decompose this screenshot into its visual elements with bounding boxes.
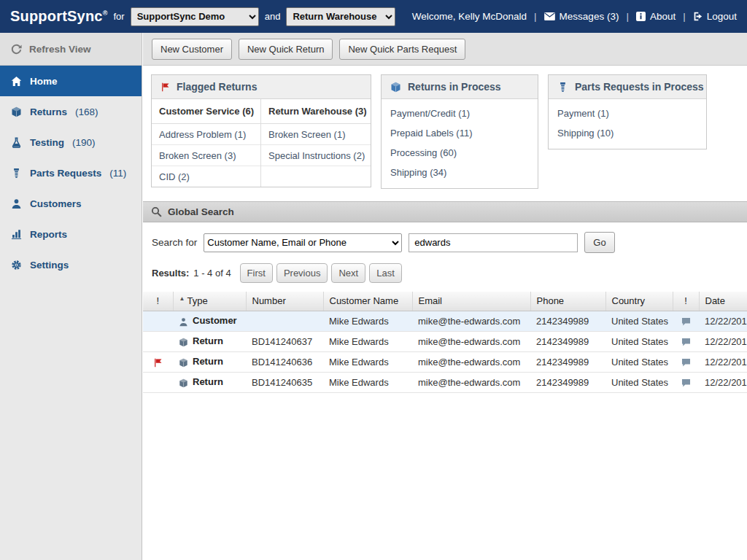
cell-comment[interactable] xyxy=(673,372,699,392)
sidebar-item-testing[interactable]: Testing(190) xyxy=(0,127,142,158)
cell-phone: 2142349989 xyxy=(530,311,605,331)
sidebar-item-returns[interactable]: Returns(168) xyxy=(0,96,142,127)
for-label: for xyxy=(114,11,125,22)
sidebar-item-settings[interactable]: Settings xyxy=(0,249,142,280)
panel-returns-in-process: Returns in Process Payment/Credit (1) Pr… xyxy=(381,74,538,189)
parts-icon xyxy=(11,168,22,179)
cell-date: 12/22/201 xyxy=(699,331,747,351)
cell-comment[interactable] xyxy=(673,351,699,372)
search-type-select[interactable]: Customer Name, Email or Phone xyxy=(204,233,402,252)
comment-icon xyxy=(681,358,691,368)
separator: | xyxy=(626,11,629,22)
sidebar-item-reports[interactable]: Reports xyxy=(0,219,142,249)
company-select[interactable]: SupportSync Demo xyxy=(131,7,259,26)
cell-comment[interactable] xyxy=(673,331,699,351)
cell-comment[interactable] xyxy=(673,311,699,331)
box-icon xyxy=(179,338,188,347)
flagged-returns-header: Flagged Returns xyxy=(152,75,371,99)
cell-customer-name: Mike Edwards xyxy=(323,311,412,331)
search-for-label: Search for xyxy=(152,237,197,248)
flagged-item-broken-screen-rw[interactable]: Broken Screen (1) xyxy=(261,124,371,145)
action-toolbar: New Customer New Quick Return New Quick … xyxy=(143,33,747,66)
cell-country: United States xyxy=(605,311,673,331)
messages-link[interactable]: Messages (3) xyxy=(544,11,619,22)
header-customer-name[interactable]: Customer Name xyxy=(323,292,412,311)
box-icon xyxy=(390,82,401,93)
table-row[interactable]: Customer Mike Edwards mike@the-edwards.c… xyxy=(143,311,747,331)
cell-email: mike@the-edwards.com xyxy=(412,331,530,351)
results-table: ! ▲Type Number Customer Name Email Phone… xyxy=(143,292,747,393)
sidebar-item-home[interactable]: Home xyxy=(0,66,142,96)
go-button[interactable]: Go xyxy=(584,232,614,253)
results-range: 1 - 4 of 4 xyxy=(193,268,231,279)
flagged-item-special-instructions[interactable]: Special Instructions (2) xyxy=(261,145,371,166)
returns-item-prepaid-labels[interactable]: Prepaid Labels (11) xyxy=(382,123,538,143)
table-row[interactable]: Return BD141240636 Mike Edwards mike@the… xyxy=(143,351,747,372)
flagged-group-customer-service[interactable]: Customer Service (6) xyxy=(152,99,260,124)
table-row[interactable]: Return BD141240637 Mike Edwards mike@the… xyxy=(143,331,747,351)
returns-item-processing[interactable]: Processing (60) xyxy=(382,143,538,163)
returns-item-shipping[interactable]: Shipping (34) xyxy=(382,163,538,182)
parts-requests-header: Parts Requests in Process xyxy=(549,75,706,99)
first-page-button[interactable]: First xyxy=(240,263,273,283)
cell-phone: 2142349989 xyxy=(530,351,605,372)
cell-email: mike@the-edwards.com xyxy=(412,351,530,372)
search-icon xyxy=(151,206,162,217)
flag-icon xyxy=(153,358,163,368)
panel-title: Parts Requests in Process xyxy=(575,81,704,93)
returns-icon xyxy=(11,106,22,117)
flagged-item-cid[interactable]: CID (2) xyxy=(152,166,260,187)
sidebar: Refresh View Home Returns(168) Testing(1… xyxy=(0,33,142,560)
results-table-wrap: ! ▲Type Number Customer Name Email Phone… xyxy=(143,292,747,393)
parts-item-shipping[interactable]: Shipping (10) xyxy=(549,123,706,143)
cell-customer-name: Mike Edwards xyxy=(323,372,412,392)
sidebar-item-parts-requests[interactable]: Parts Requests(11) xyxy=(0,158,142,188)
header-type[interactable]: ▲Type xyxy=(173,292,246,311)
cell-number: BD141240635 xyxy=(246,372,323,392)
refresh-view-button[interactable]: Refresh View xyxy=(0,33,142,66)
header-flag[interactable]: ! xyxy=(143,292,173,311)
cell-phone: 2142349989 xyxy=(530,372,605,392)
cell-flag xyxy=(143,331,173,351)
sidebar-item-customers[interactable]: Customers xyxy=(0,188,142,219)
info-icon xyxy=(636,12,646,21)
logout-icon xyxy=(693,12,703,21)
separator: | xyxy=(534,11,537,22)
cell-number: BD141240636 xyxy=(246,351,323,372)
cell-flag xyxy=(143,351,173,372)
results-pagination: Results: 1 - 4 of 4 First Previous Next … xyxy=(143,260,747,292)
home-icon xyxy=(11,76,22,87)
previous-page-button[interactable]: Previous xyxy=(276,263,328,283)
last-page-button[interactable]: Last xyxy=(369,263,402,283)
new-customer-button[interactable]: New Customer xyxy=(152,39,232,60)
next-page-button[interactable]: Next xyxy=(331,263,365,283)
app-logo: SupportSync® xyxy=(10,8,108,25)
new-quick-parts-request-button[interactable]: New Quick Parts Request xyxy=(339,39,465,60)
table-row[interactable]: Return BD141240635 Mike Edwards mike@the… xyxy=(143,372,747,392)
cell-type: Customer xyxy=(173,311,246,331)
search-controls: Search for Customer Name, Email or Phone… xyxy=(143,222,747,260)
flagged-item-broken-screen-cs[interactable]: Broken Screen (3) xyxy=(152,145,260,166)
header-email[interactable]: Email xyxy=(412,292,530,311)
table-header-row: ! ▲Type Number Customer Name Email Phone… xyxy=(143,292,747,311)
header-number[interactable]: Number xyxy=(246,292,323,311)
warehouse-select[interactable]: Return Warehouse xyxy=(286,7,395,26)
cell-country: United States xyxy=(605,351,673,372)
sort-asc-icon: ▲ xyxy=(179,295,185,302)
parts-item-payment[interactable]: Payment (1) xyxy=(549,104,706,123)
returns-item-payment-credit[interactable]: Payment/Credit (1) xyxy=(382,104,538,123)
flagged-item-address-problem[interactable]: Address Problem (1) xyxy=(152,124,260,145)
cell-number: BD141240637 xyxy=(246,331,323,351)
logout-link[interactable]: Logout xyxy=(693,11,737,22)
new-quick-return-button[interactable]: New Quick Return xyxy=(239,39,333,60)
cell-type: Return xyxy=(173,351,246,372)
about-link[interactable]: About xyxy=(636,11,676,22)
search-input[interactable] xyxy=(409,233,578,252)
header-date[interactable]: Date xyxy=(699,292,747,311)
cell-phone: 2142349989 xyxy=(530,331,605,351)
flagged-group-return-warehouse[interactable]: Return Warehouse (3) xyxy=(261,99,371,124)
header-country[interactable]: Country xyxy=(605,292,673,311)
welcome-text: Welcome, Kelly McDonald xyxy=(412,11,527,22)
header-phone[interactable]: Phone xyxy=(530,292,605,311)
header-comment[interactable]: ! xyxy=(673,292,699,311)
